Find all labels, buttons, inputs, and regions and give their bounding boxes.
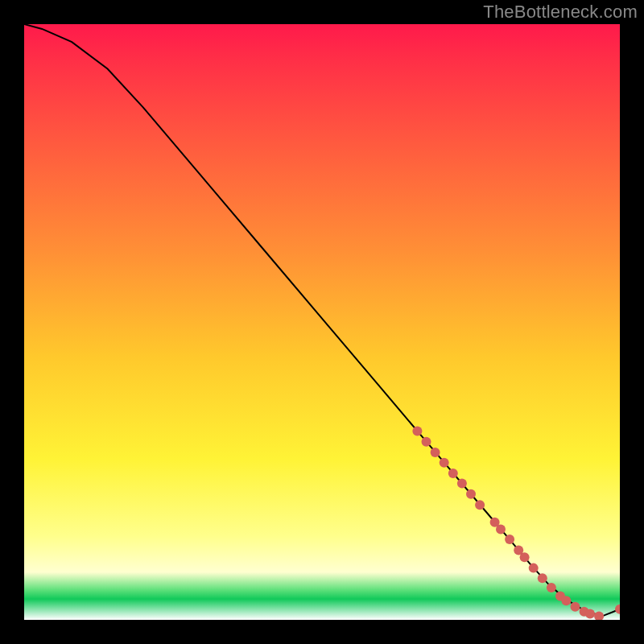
curve-marker [547, 583, 556, 592]
curve-marker [448, 469, 458, 478]
curve-marker [412, 426, 422, 436]
curve-marker [466, 489, 476, 499]
chart-svg [24, 24, 620, 620]
curve-marker [475, 500, 485, 510]
curve-marker [529, 564, 539, 573]
curve-marker [571, 602, 580, 612]
curve-marker [561, 596, 571, 605]
curve-marker [538, 573, 547, 583]
curve-marker [520, 552, 530, 562]
watermark-text: TheBottleneck.com [483, 2, 638, 23]
curve-marker [505, 535, 514, 544]
bottleneck-curve [24, 24, 620, 617]
curve-marker [496, 525, 506, 535]
curve-marker [431, 448, 440, 457]
plot-area [24, 24, 620, 620]
curve-marker [422, 437, 431, 447]
curve-marker [440, 458, 449, 468]
curve-marker [457, 479, 467, 489]
curve-marker [615, 605, 620, 614]
curve-marker [585, 609, 595, 619]
curve-markers [412, 426, 620, 620]
curve-marker [594, 612, 604, 620]
